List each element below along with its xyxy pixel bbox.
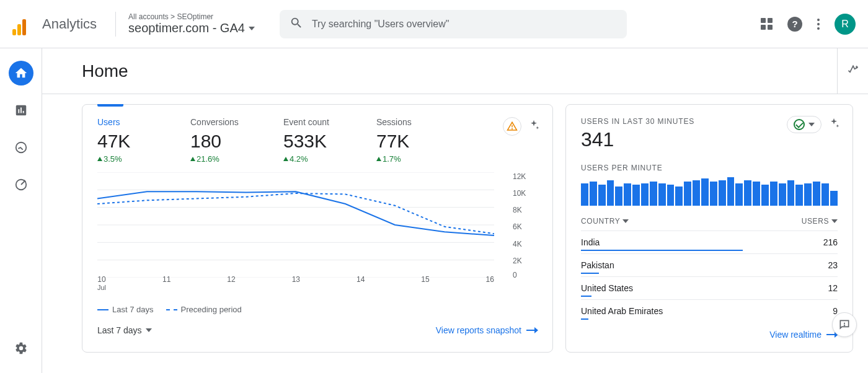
link-label: View realtime xyxy=(769,330,822,340)
product-name: Analytics xyxy=(42,16,97,32)
arrow-up-icon xyxy=(376,157,381,161)
metric-label: Sessions xyxy=(376,117,469,127)
link-label: View reports snapshot xyxy=(436,325,521,335)
metric-value: 180 xyxy=(190,131,283,152)
app-header: Analytics All accounts > SEOptimer seopt… xyxy=(0,0,868,48)
page-title: Home xyxy=(82,61,128,81)
legend-solid-swatch xyxy=(97,309,108,310)
country-name: India xyxy=(581,237,600,247)
legend-current-label: Last 7 days xyxy=(112,305,154,314)
chart-legend: Last 7 days Preceding period xyxy=(97,305,538,314)
side-nav xyxy=(0,48,42,373)
country-column-header[interactable]: COUNTRY xyxy=(581,217,629,226)
nav-explore[interactable] xyxy=(9,135,33,160)
caret-down-icon xyxy=(808,123,815,126)
country-row[interactable]: Pakistan 23 xyxy=(581,253,838,273)
metric-users[interactable]: Users 47K 3.5% xyxy=(97,117,190,164)
search-input[interactable]: Try searching "Users overview" xyxy=(280,10,627,38)
realtime-card: USERS IN LAST 30 MINUTES 341 USERS PER M… xyxy=(565,104,853,353)
legend-previous-label: Preceding period xyxy=(181,305,242,314)
insights-panel-toggle[interactable] xyxy=(837,48,868,94)
anomaly-warning-badge[interactable] xyxy=(503,117,521,136)
page-header: Home xyxy=(42,48,868,94)
overview-card: Users 47K 3.5%Conversions 180 21.6%Event… xyxy=(82,104,553,353)
sparkle-icon[interactable] xyxy=(528,119,540,134)
users-trend-chart: 12K10K8K6K4K2K0 10Jul111213141516 xyxy=(97,172,538,290)
country-users: 12 xyxy=(828,283,838,293)
nav-reports[interactable] xyxy=(9,98,33,123)
view-realtime-link[interactable]: View realtime xyxy=(769,330,838,340)
sparkle-icon xyxy=(847,64,859,79)
metric-value: 533K xyxy=(283,131,376,152)
metric-delta: 21.6% xyxy=(190,154,283,164)
metric-delta: 4.2% xyxy=(283,154,376,164)
metric-label: Conversions xyxy=(190,117,283,127)
caret-down-icon xyxy=(146,328,152,332)
svg-point-11 xyxy=(844,325,845,326)
feedback-button[interactable] xyxy=(832,312,857,337)
sparkle-icon[interactable] xyxy=(828,117,840,132)
caret-down-icon xyxy=(249,27,255,30)
country-row[interactable]: United States 12 xyxy=(581,276,838,296)
view-reports-snapshot-link[interactable]: View reports snapshot xyxy=(436,325,538,335)
arrow-up-icon xyxy=(97,157,102,161)
apps-grid-icon[interactable] xyxy=(761,18,773,30)
country-row[interactable]: United Arab Emirates 9 xyxy=(581,299,838,318)
country-users: 216 xyxy=(823,237,838,247)
search-placeholder: Try searching "Users overview" xyxy=(312,19,617,30)
svg-point-2 xyxy=(512,128,513,129)
country-row[interactable]: India 216 xyxy=(581,230,838,250)
metric-event-count[interactable]: Event count 533K 4.2% xyxy=(283,117,376,164)
more-vert-icon[interactable] xyxy=(817,19,820,30)
country-name: United States xyxy=(581,283,633,293)
realtime-status-badge[interactable] xyxy=(787,116,822,133)
account-breadcrumb: All accounts > SEOptimer xyxy=(128,12,255,21)
metric-delta: 3.5% xyxy=(97,154,190,164)
metrics-row: Users 47K 3.5%Conversions 180 21.6%Event… xyxy=(97,117,538,164)
checkmark-icon xyxy=(794,119,805,130)
product-logo-block: Analytics xyxy=(12,13,97,35)
user-avatar[interactable]: R xyxy=(835,14,856,35)
metric-label: Users xyxy=(97,117,190,127)
content-area: Home Users 47K 3.5%Conversions 180 21.6%… xyxy=(42,48,868,373)
analytics-logo-icon xyxy=(12,13,35,35)
country-name: Pakistan xyxy=(581,260,614,270)
date-range-selector[interactable]: Last 7 days xyxy=(97,325,152,335)
country-users: 23 xyxy=(828,260,838,270)
metric-value: 47K xyxy=(97,131,190,152)
property-name: seoptimer.com - GA4 xyxy=(128,21,245,35)
country-name: United Arab Emirates xyxy=(581,306,663,316)
date-range-label: Last 7 days xyxy=(97,325,142,335)
realtime-subtitle: USERS PER MINUTE xyxy=(581,164,838,172)
caret-down-icon xyxy=(831,219,838,223)
metric-label: Event count xyxy=(283,117,376,127)
nav-home[interactable] xyxy=(9,61,33,86)
property-selector[interactable]: All accounts > SEOptimer seoptimer.com -… xyxy=(122,12,261,35)
separator xyxy=(115,12,116,37)
search-icon xyxy=(290,16,303,32)
arrow-up-icon xyxy=(190,157,195,161)
chart-x-axis: 10Jul111213141516 xyxy=(97,275,494,291)
metric-delta: 1.7% xyxy=(376,154,469,164)
chart-y-axis: 12K10K8K6K4K2K0 xyxy=(513,172,538,278)
users-column-header[interactable]: USERS xyxy=(802,217,838,226)
legend-dash-swatch xyxy=(166,309,177,310)
active-tab-indicator xyxy=(97,104,123,107)
arrow-up-icon xyxy=(283,157,288,161)
metric-value: 77K xyxy=(376,131,469,152)
arrow-right-icon xyxy=(526,330,538,331)
caret-down-icon xyxy=(622,219,629,223)
metric-conversions[interactable]: Conversions 180 21.6% xyxy=(190,117,283,164)
users-per-minute-sparkline xyxy=(581,177,838,206)
nav-admin[interactable] xyxy=(9,336,33,361)
nav-advertising[interactable] xyxy=(9,172,33,197)
help-icon[interactable]: ? xyxy=(787,17,802,32)
metric-sessions[interactable]: Sessions 77K 1.7% xyxy=(376,117,469,164)
